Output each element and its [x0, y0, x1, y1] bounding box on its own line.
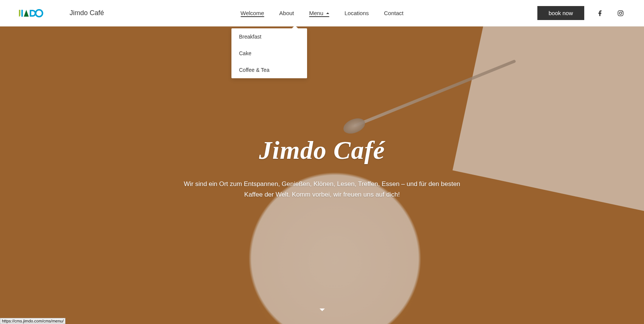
- nav-about[interactable]: About: [272, 0, 301, 26]
- hero-subtitle: Wir sind ein Ort zum Entspannen, Genieße…: [182, 179, 462, 200]
- svg-point-4: [619, 12, 622, 14]
- facebook-link[interactable]: [596, 9, 605, 18]
- nav-welcome[interactable]: Welcome: [233, 0, 272, 26]
- hero-title: Jimdo Café: [259, 135, 385, 165]
- menu-dropdown: Breakfast Cake Coffee & Tea: [231, 28, 307, 78]
- nav-label: Locations: [345, 10, 369, 16]
- nav-underline: [345, 16, 369, 17]
- browser-statusbar: https://cms.jimdo.com/cms/menu/: [0, 318, 65, 324]
- svg-point-5: [622, 11, 622, 12]
- nav-label: Menu: [309, 10, 324, 16]
- hero-content: Jimdo Café Wir sind ein Ort zum Entspann…: [0, 26, 644, 324]
- svg-rect-0: [22, 9, 23, 16]
- instagram-link[interactable]: [616, 9, 625, 18]
- dropdown-breakfast[interactable]: Breakfast: [231, 28, 307, 45]
- nav-label: About: [279, 10, 294, 16]
- hero-section: Jimdo Café Wir sind ein Ort zum Entspann…: [0, 26, 644, 324]
- header-right: book now: [537, 6, 625, 20]
- facebook-icon: [597, 10, 604, 17]
- nav-menu[interactable]: Menu: [302, 0, 337, 26]
- jimdo-logo-icon: JIMDO: [19, 9, 58, 18]
- nav-locations[interactable]: Locations: [337, 0, 376, 26]
- nav-contact[interactable]: Contact: [376, 0, 411, 26]
- main-nav: Welcome About Menu Locations Contact: [233, 0, 411, 26]
- nav-label: Contact: [384, 10, 403, 16]
- book-now-button[interactable]: book now: [537, 6, 584, 20]
- instagram-icon: [617, 10, 624, 17]
- site-title[interactable]: Jimdo Café: [70, 9, 104, 17]
- dropdown-coffee-tea[interactable]: Coffee & Tea: [231, 62, 307, 78]
- nav-underline: [241, 16, 264, 17]
- dropdown-cake[interactable]: Cake: [231, 45, 307, 62]
- nav-underline: [309, 16, 330, 17]
- jimdo-logo[interactable]: JIMDO: [19, 9, 58, 18]
- nav-underline: [384, 16, 403, 17]
- svg-point-1: [36, 9, 42, 16]
- nav-underline: [279, 16, 294, 17]
- site-header: JIMDO Jimdo Café Welcome About Menu Loca…: [0, 0, 644, 26]
- nav-label: Welcome: [241, 10, 264, 16]
- scroll-down-arrow-icon[interactable]: [320, 308, 325, 311]
